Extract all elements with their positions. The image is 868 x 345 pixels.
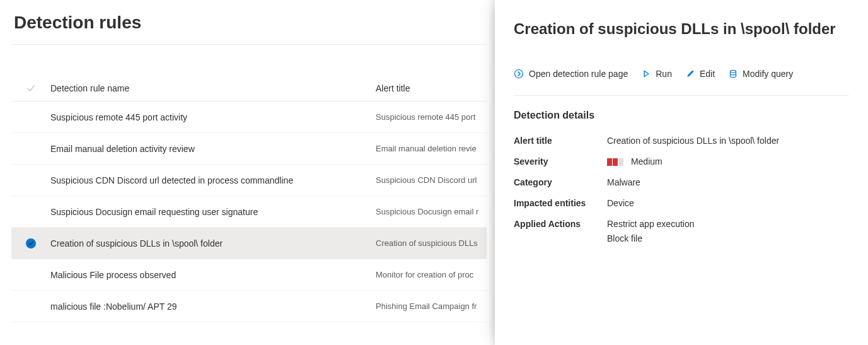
pencil-icon	[686, 69, 695, 78]
rules-table: Detection rule name Alert title Suspicio…	[11, 75, 487, 322]
rule-name-cell: Email manual deletion activity review	[50, 144, 376, 154]
edit-label: Edit	[700, 69, 715, 79]
edit-button[interactable]: Edit	[686, 69, 715, 79]
title-divider	[11, 44, 487, 45]
rule-name-cell: Malicious File process observed	[50, 270, 376, 280]
field-category: Category Malware	[514, 177, 849, 189]
label-severity: Severity	[514, 156, 607, 168]
alert-title-cell: Phishing Email Campaign fr	[376, 301, 487, 311]
value-applied-actions: Restrict app executionBlock file	[607, 218, 695, 247]
page-title: Detection rules	[11, 13, 487, 33]
detail-divider	[514, 95, 849, 96]
modify-query-button[interactable]: Modify query	[729, 69, 793, 79]
open-rule-label: Open detection rule page	[529, 69, 628, 79]
label-alert-title: Alert title	[514, 135, 607, 147]
alert-title-cell: Suspicious CDN Discord url	[376, 175, 487, 185]
header-rule-name[interactable]: Detection rule name	[50, 83, 376, 93]
value-severity: Medium	[607, 156, 663, 168]
detection-details-heading: Detection details	[514, 110, 849, 121]
header-alert-title[interactable]: Alert title	[376, 83, 487, 93]
alert-title-cell: Suspicious remote 445 port	[376, 112, 487, 122]
severity-bars	[607, 158, 623, 166]
label-applied-actions: Applied Actions	[514, 218, 607, 230]
open-rule-button[interactable]: Open detection rule page	[514, 69, 628, 79]
play-icon	[642, 69, 651, 78]
selected-check-icon	[26, 238, 36, 249]
checkmark-icon	[26, 84, 35, 93]
alert-title-cell: Suspicious Docusign email r	[376, 207, 487, 216]
alert-title-cell: Email manual deletion revie	[376, 144, 487, 153]
field-applied-actions: Applied Actions Restrict app executionBl…	[514, 218, 849, 247]
alert-title-cell: Creation of suspicious DLLs	[376, 238, 487, 248]
rule-name-cell: malicious file :Nobelium/ APT 29	[50, 301, 376, 312]
row-select[interactable]	[11, 238, 50, 249]
table-row[interactable]: Email manual deletion activity reviewEma…	[11, 133, 487, 165]
run-label: Run	[656, 69, 672, 79]
rules-header-row: Detection rule name Alert title	[11, 75, 487, 102]
label-impacted-entities: Impacted entities	[514, 197, 607, 209]
svg-point-1	[731, 71, 736, 73]
severity-bar-segment	[613, 158, 618, 166]
table-row[interactable]: Malicious File process observedMonitor f…	[11, 259, 487, 291]
rule-details-panel: Creation of suspicious DLLs in \spool\ f…	[495, 0, 868, 345]
value-alert-title: Creation of suspicious DLLs in \spool\ f…	[607, 135, 779, 147]
modify-query-label: Modify query	[743, 69, 793, 79]
database-icon	[729, 69, 738, 78]
rule-name-cell: Suspicious Docusign email requesting use…	[50, 207, 376, 217]
table-row[interactable]: Suspicious Docusign email requesting use…	[11, 196, 487, 228]
arrow-right-circle-icon	[514, 69, 524, 79]
rules-list-panel: Detection rules Detection rule name Aler…	[0, 0, 498, 322]
rule-name-cell: Suspicious CDN Discord url detected in p…	[50, 175, 376, 185]
value-category: Malware	[607, 177, 640, 189]
select-all-column[interactable]	[11, 84, 50, 93]
table-row[interactable]: Suspicious CDN Discord url detected in p…	[11, 165, 487, 196]
severity-bar-segment	[607, 158, 612, 166]
table-row[interactable]: malicious file :Nobelium/ APT 29Phishing…	[11, 291, 487, 322]
field-impacted-entities: Impacted entities Device	[514, 197, 849, 209]
value-impacted-entities: Device	[607, 197, 634, 209]
detail-action-bar: Open detection rule page Run Edit	[514, 69, 849, 79]
applied-action-line: Block file	[607, 233, 695, 245]
rules-body: Suspicious remote 445 port activitySuspi…	[11, 102, 487, 322]
applied-action-line: Restrict app execution	[607, 218, 695, 230]
alert-title-cell: Monitor for creation of proc	[376, 270, 487, 279]
rule-name-cell: Suspicious remote 445 port activity	[50, 112, 376, 122]
table-row[interactable]: Creation of suspicious DLLs in \spool\ f…	[11, 228, 487, 259]
svg-point-0	[515, 70, 523, 78]
rule-name-cell: Creation of suspicious DLLs in \spool\ f…	[50, 238, 376, 249]
field-severity: Severity Medium	[514, 156, 849, 168]
detail-title: Creation of suspicious DLLs in \spool\ f…	[514, 19, 849, 38]
field-alert-title: Alert title Creation of suspicious DLLs …	[514, 135, 849, 147]
run-button[interactable]: Run	[642, 69, 672, 79]
severity-bar-segment	[618, 158, 623, 166]
table-row[interactable]: Suspicious remote 445 port activitySuspi…	[11, 102, 487, 133]
label-category: Category	[514, 177, 607, 189]
severity-text: Medium	[631, 156, 663, 167]
